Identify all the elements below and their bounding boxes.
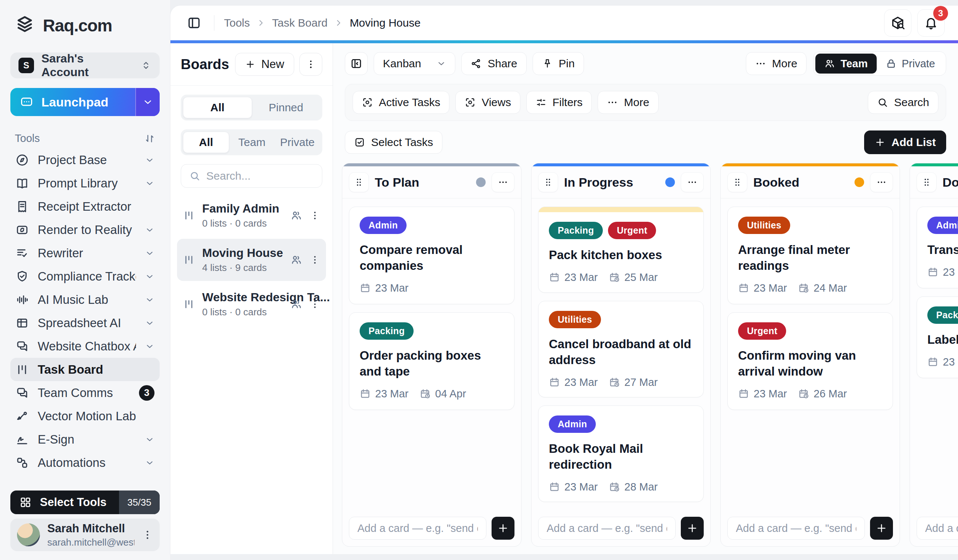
- sidebar-item-vector-motion-lab[interactable]: Vector Motion Lab: [10, 405, 160, 428]
- package-search-icon: [890, 16, 905, 30]
- launchpad-expand-button[interactable]: [135, 88, 160, 116]
- avatar: [17, 524, 40, 546]
- select-tools-button[interactable]: Select Tools 35/35: [10, 490, 160, 514]
- sort-icon[interactable]: [144, 133, 155, 144]
- sidebar-item-automations[interactable]: Automations: [10, 451, 160, 473]
- boards-search-input[interactable]: [206, 170, 349, 182]
- task-card[interactable]: Packing Label stor 23 Mar: [917, 297, 958, 378]
- board-item-website-redesign[interactable]: Website Redesign Ta... 0 lists · 0 cards: [177, 283, 326, 325]
- drag-handle-icon[interactable]: [917, 172, 937, 192]
- breadcrumb-tools[interactable]: Tools: [224, 17, 250, 29]
- profile-menu-button[interactable]: [142, 529, 153, 540]
- kanban-icon: [183, 298, 195, 310]
- add-list-button[interactable]: Add List: [864, 130, 946, 154]
- share-button[interactable]: Share: [461, 52, 526, 75]
- task-card[interactable]: Utilities Cancel broadband at old addres…: [538, 301, 704, 397]
- sidebar-item-task-board[interactable]: Task Board: [10, 358, 160, 381]
- sidebar-item-ai-music-lab[interactable]: AI Music Lab: [10, 288, 160, 311]
- sidebar-item-prompt-library[interactable]: Prompt Library: [10, 171, 160, 195]
- package-search-button[interactable]: [884, 9, 912, 36]
- calendar-clock-icon: [609, 377, 620, 388]
- tab-scope-all[interactable]: All: [183, 132, 229, 153]
- column-menu-button[interactable]: [492, 172, 514, 192]
- profile-card[interactable]: Sarah Mitchell sarah.mitchell@westbur...: [10, 519, 160, 551]
- column-menu-button[interactable]: [870, 172, 893, 192]
- boards-title: Boards: [181, 57, 230, 73]
- task-card[interactable]: Admin Transfer c 23 Mar: [917, 207, 958, 288]
- add-card-button[interactable]: [492, 517, 514, 540]
- ellipsis-icon: [607, 97, 618, 108]
- vector-pen-icon: [16, 409, 29, 423]
- search-button[interactable]: Search: [868, 91, 938, 114]
- views-button[interactable]: Views: [455, 91, 520, 114]
- filter-more-button[interactable]: More: [598, 91, 658, 114]
- add-card-input[interactable]: [727, 517, 865, 540]
- filters-button[interactable]: Filters: [526, 91, 592, 114]
- launchpad-button[interactable]: Launchpad: [10, 88, 160, 116]
- plus-icon: [874, 137, 885, 148]
- sidebar-toggle-icon[interactable]: [184, 13, 205, 33]
- shield-check-icon: [16, 270, 29, 283]
- active-tasks-button[interactable]: Active Tasks: [353, 91, 449, 114]
- column-menu-button[interactable]: [681, 172, 704, 192]
- tab-scope-team[interactable]: Team: [229, 132, 274, 153]
- calendar-icon: [738, 388, 749, 399]
- boards-menu-button[interactable]: [300, 53, 322, 76]
- sidebar-item-e-sign[interactable]: E-Sign: [10, 428, 160, 451]
- pin-button[interactable]: Pin: [533, 52, 584, 75]
- column-title: Done: [942, 175, 958, 190]
- sidebar-item-spreadsheet-ai[interactable]: Spreadsheet AI: [10, 311, 160, 335]
- sidebar-item-project-base[interactable]: Project Base: [10, 148, 160, 171]
- drag-handle-icon[interactable]: [349, 172, 369, 192]
- board-item-menu-button[interactable]: [310, 299, 320, 309]
- kanban-column-in-progress: In Progress Packing Urgent Pack kitch: [531, 163, 711, 547]
- tag-utilities: Utilities: [738, 217, 790, 234]
- drag-handle-icon[interactable]: [538, 172, 558, 192]
- new-board-button[interactable]: New: [235, 53, 294, 76]
- task-card[interactable]: Utilities Arrange final meter readings 2…: [727, 207, 893, 304]
- compass-icon: [16, 153, 29, 167]
- account-name: Sarah's Account: [41, 52, 133, 79]
- tab-all[interactable]: All: [183, 97, 252, 118]
- card-start-date: 23 Mar: [927, 356, 958, 368]
- task-card[interactable]: Packing Urgent Pack kitchen boxes 23 Mar: [538, 207, 704, 293]
- notifications-button[interactable]: 3: [917, 9, 945, 36]
- chat-bubbles-icon: [16, 340, 29, 353]
- task-card[interactable]: Packing Order packing boxes and tape 23 …: [349, 313, 514, 410]
- task-card[interactable]: Urgent Confirm moving van arrival window…: [727, 313, 893, 410]
- board-item-family-admin[interactable]: Family Admin 0 lists · 0 cards: [177, 194, 326, 236]
- sidebar-item-receipt-extractor[interactable]: Receipt Extractor: [10, 195, 160, 218]
- sidebar-item-compliance-tracker[interactable]: Compliance Tracker: [10, 265, 160, 288]
- board-more-button[interactable]: More: [746, 52, 806, 75]
- add-card-input[interactable]: [538, 517, 676, 540]
- sidebar-item-render-to-reality[interactable]: Render to Reality: [10, 218, 160, 241]
- board-item-moving-house[interactable]: Moving House 4 lists · 9 cards: [177, 239, 326, 281]
- chevron-down-icon: [145, 341, 154, 351]
- card-start-date: 23 Mar: [360, 388, 408, 400]
- column-accent-bar: [721, 163, 899, 167]
- visibility-private-button[interactable]: Private: [877, 54, 944, 73]
- add-card-button[interactable]: [870, 517, 893, 540]
- add-card-input[interactable]: [349, 517, 486, 540]
- tab-pinned[interactable]: Pinned: [252, 97, 320, 118]
- sidebar-item-rewriter[interactable]: Rewriter: [10, 241, 160, 265]
- board-item-menu-button[interactable]: [310, 255, 320, 265]
- account-switcher[interactable]: S Sarah's Account: [10, 52, 160, 78]
- view-selector[interactable]: Kanban: [374, 52, 455, 75]
- select-tasks-button[interactable]: Select Tasks: [345, 131, 443, 154]
- tab-scope-private[interactable]: Private: [274, 132, 320, 153]
- add-card-button[interactable]: [681, 517, 704, 540]
- drag-handle-icon[interactable]: [727, 172, 747, 192]
- add-card-input[interactable]: [917, 517, 958, 540]
- visibility-team-button[interactable]: Team: [815, 54, 877, 73]
- board-item-menu-button[interactable]: [310, 210, 320, 221]
- task-card[interactable]: Admin Book Royal Mail redirection 23 Mar…: [538, 406, 704, 502]
- collapse-panel-button[interactable]: [345, 52, 368, 75]
- tag-packing: Packing: [549, 222, 603, 239]
- task-card[interactable]: Admin Compare removal companies 23 Mar: [349, 207, 514, 304]
- breadcrumb-task-board[interactable]: Task Board: [272, 17, 327, 29]
- card-title: Arrange final meter readings: [738, 242, 882, 274]
- sidebar-item-website-chatbox-ai[interactable]: Website Chatbox AI: [10, 335, 160, 358]
- action-bar: Select Tasks Add List: [345, 130, 946, 154]
- sidebar-item-team-comms[interactable]: Team Comms 3: [10, 381, 160, 405]
